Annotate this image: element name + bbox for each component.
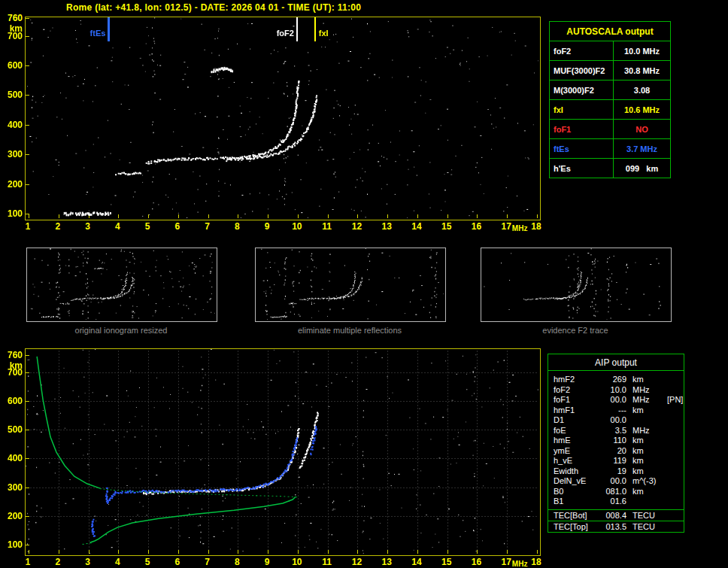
autoscala-param-value: 10.6 MHz (614, 105, 670, 114)
thumbnail-evidence-canvas (481, 248, 669, 320)
x-axis-label: 14 (407, 221, 426, 232)
marker-label-foF2: foF2 (268, 29, 294, 38)
aip-unit: km (626, 466, 667, 477)
aip-name: ymE (548, 446, 596, 457)
aip-value: 01.6 (596, 497, 626, 507)
aip-extra (667, 510, 684, 521)
x-axis-label: 15 (437, 221, 457, 232)
x-axis-label: 1 (18, 557, 38, 567)
aip-name: foF1 (548, 395, 596, 405)
autoscala-param-value: 3.7 MHz (614, 144, 670, 153)
thumbnail-caption-evidence: evidence F2 trace (481, 326, 670, 335)
aip-row-TEC[Bot]: TEC[Bot]008.4TECU (548, 509, 684, 521)
autoscala-row-foF1: foF1NO (550, 119, 670, 138)
marker-line-ftEs (108, 17, 110, 41)
x-axis-label: 5 (138, 221, 157, 232)
aip-row-TEC[Top]: TEC[Top]013.5TECU (548, 521, 684, 532)
autoscala-param-label: h'Es (550, 159, 614, 178)
thumbnail-evidence-f2 (481, 248, 672, 322)
aip-unit: km (626, 375, 667, 385)
y-axis-label: 300 (2, 482, 23, 493)
y-axis-label: 300 (2, 149, 23, 159)
station-date-title: Rome (lat: +41.8, lon: 012.5) - DATE: 20… (66, 2, 361, 13)
marker-line-foF2 (296, 17, 298, 41)
y-axis-label: 200 (2, 511, 23, 521)
aip-rows: hmF2269kmfoF210.0MHzfoF100.0MHz[PN]hmF1-… (548, 371, 684, 509)
profile-canvas (26, 349, 538, 554)
aip-value: 3.5 (596, 426, 626, 436)
aip-unit: m^(-3) (626, 476, 667, 487)
thumbnail-original-ionogram (26, 248, 217, 322)
aip-extra (667, 375, 684, 385)
thumbnail-eliminate-reflections (255, 248, 446, 322)
autoscala-param-value: NO (614, 125, 670, 134)
x-axis-unit: MHz (507, 560, 532, 568)
aip-unit: TECU (626, 510, 667, 521)
aip-name: B1 (548, 497, 596, 507)
aip-row-B1: B101.6 (548, 497, 684, 507)
aip-value: 10.0 (596, 385, 626, 396)
aip-unit: TECU (626, 521, 667, 532)
aip-value: 20 (596, 446, 626, 457)
marker-line-fxI (314, 17, 316, 41)
autoscala-param-value: 099 km (614, 164, 670, 173)
autoscala-param-value: 30.8 MHz (614, 66, 670, 75)
aip-extra: [PN] (667, 395, 684, 405)
aip-value: 013.5 (596, 521, 626, 532)
aip-unit: MHz (626, 385, 667, 396)
x-axis-label: 16 (466, 557, 486, 567)
autoscala-param-value: 10.0 MHz (614, 47, 670, 56)
x-axis-label: 8 (227, 221, 247, 232)
aip-unit: MHz (626, 395, 667, 405)
aip-row-hmF1: hmF1---km (548, 405, 684, 416)
aip-output-panel: AIP output hmF2269kmfoF210.0MHzfoF100.0M… (548, 354, 684, 533)
marker-label-ftEs: ftEs (80, 29, 105, 38)
aip-row-B0: B0081.0km (548, 487, 684, 497)
aip-unit (626, 497, 667, 507)
aip-unit: km (626, 436, 667, 446)
x-axis-label: 16 (466, 221, 486, 232)
profile-plot (25, 348, 541, 556)
x-axis-unit: MHz (507, 224, 532, 232)
aip-value: 00.0 (596, 476, 626, 487)
marker-label-fxI: fxI (319, 29, 344, 38)
aip-value: 00.0 (596, 415, 626, 426)
aip-name: hmE (548, 436, 596, 446)
x-axis-label: 9 (257, 221, 277, 232)
autoscala-param-label: fxI (550, 100, 614, 119)
aip-row-ymE: ymE20km (548, 446, 684, 457)
aip-value: 119 (596, 456, 626, 466)
aip-extra (667, 476, 684, 487)
aip-extra (667, 466, 684, 477)
x-axis-label: 5 (138, 557, 157, 567)
x-axis-label: 4 (108, 557, 127, 567)
autoscala-window: Rome (lat: +41.8, lon: 012.5) - DATE: 20… (0, 0, 728, 568)
aip-unit (626, 415, 667, 426)
aip-row-foE: foE3.5MHz (548, 426, 684, 436)
aip-name: D1 (548, 415, 596, 426)
x-axis-label: 8 (227, 557, 247, 567)
aip-name: foF2 (548, 385, 596, 396)
x-axis-label: 7 (198, 221, 217, 232)
y-axis-label: 500 (2, 424, 23, 435)
aip-row-D1: D100.0 (548, 415, 684, 426)
aip-row-Ewidth: Ewidth19km (548, 466, 684, 477)
aip-extra (667, 426, 684, 436)
aip-row-DelN_vE: DelN_vE00.0m^(-3) (548, 476, 684, 487)
aip-extra (667, 405, 684, 416)
aip-row-h_vE: h_vE119km (548, 456, 684, 466)
x-axis-label: 3 (78, 557, 98, 567)
aip-extra (667, 487, 684, 497)
x-axis-label: 3 (78, 221, 98, 232)
y-axis-label: 400 (2, 453, 23, 463)
autoscala-param-label: MUF(3000)F2 (550, 61, 614, 80)
autoscala-row-h'Es: h'Es099 km (550, 158, 670, 178)
aip-name: hmF1 (548, 405, 596, 416)
y-axis-label: 400 (2, 120, 23, 130)
aip-row-foF2: foF210.0MHz (548, 385, 684, 396)
thumbnail-eliminate-canvas (256, 248, 444, 320)
thumbnail-caption-original: original ionogram resized (26, 326, 216, 335)
x-axis-label: 1 (18, 221, 38, 232)
y-axis-label: 500 (2, 90, 23, 100)
aip-name: foE (548, 426, 596, 436)
